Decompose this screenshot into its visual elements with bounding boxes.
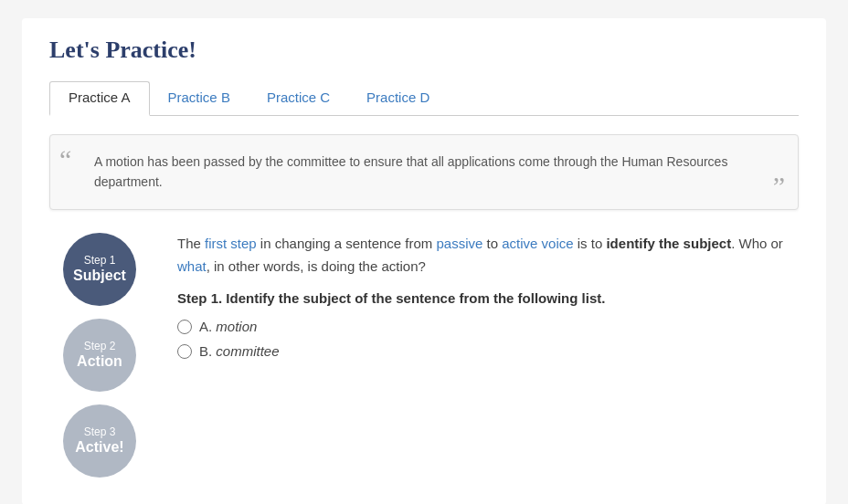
intro-bold1: identify the subject [606,236,731,251]
option-b-letter: B. [199,343,216,359]
intro-plain1: The [177,236,205,251]
step-1-label: Subject [73,267,126,284]
intro-plain5: . Who or [731,236,783,251]
step-2-number: Step 2 [84,340,116,352]
intro-highlight2: passive [437,236,483,251]
intro-plain2: in changing a sentence from [257,236,437,251]
tab-practice-c[interactable]: Practice C [249,81,348,116]
step-1-number: Step 1 [84,254,116,267]
tab-practice-a[interactable]: Practice A [49,81,150,116]
option-a-label[interactable]: A. motion [199,319,257,334]
intro-highlight1: first step [205,236,257,251]
option-a-value: motion [216,319,257,334]
option-b-value: committee [216,343,279,359]
tab-practice-b[interactable]: Practice B [150,81,249,116]
quote-box: “ A motion has been passed by the commit… [49,134,799,210]
step-2-label: Action [77,352,122,370]
tab-practice-d[interactable]: Practice D [348,81,448,116]
step-3-circle[interactable]: Step 3 Active! [63,404,136,478]
radio-option-a[interactable] [177,320,192,334]
intro-highlight4: what [177,258,207,274]
options-list: A. motion B. committee [177,319,799,359]
radio-option-b[interactable] [177,344,192,359]
step-2-circle[interactable]: Step 2 Action [63,319,136,392]
intro-plain6: , in other words, is doing the action? [207,258,426,274]
tabs-bar: Practice A Practice B Practice C Practic… [49,80,799,116]
step-instruction: Step 1. Identify the subject of the sent… [177,290,799,306]
intro-highlight3: active voice [502,236,573,251]
content-area: The first step in changing a sentence fr… [177,233,799,369]
quote-mark-left: “ [59,146,71,173]
intro-plain3: to [482,236,502,251]
option-b-label[interactable]: B. committee [199,343,280,359]
step-3-label: Active! [75,438,123,456]
steps-area: Step 1 Subject Step 2 Action Step 3 Acti… [49,233,799,478]
step-3-number: Step 3 [84,425,116,438]
option-a[interactable]: A. motion [177,319,799,334]
step-1-circle[interactable]: Step 1 Subject [63,233,136,306]
page-title: Let's Practice! [49,37,799,64]
option-b[interactable]: B. committee [177,343,799,359]
option-a-letter: A. [199,319,216,334]
page-container: Let's Practice! Practice A Practice B Pr… [22,18,826,504]
quote-text: A motion has been passed by the committe… [94,152,754,193]
quote-mark-right: ” [773,173,785,200]
intro-paragraph: The first step in changing a sentence fr… [177,233,799,278]
steps-column: Step 1 Subject Step 2 Action Step 3 Acti… [49,233,150,478]
intro-plain4: is to [574,236,607,251]
